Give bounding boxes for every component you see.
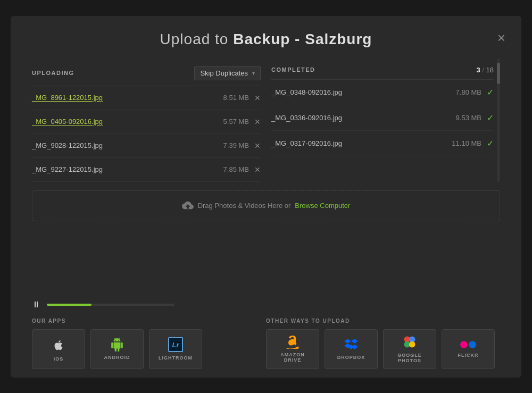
ios-label: IOS: [54, 356, 64, 362]
file-size: 8.51 MB: [223, 94, 249, 102]
svg-point-3: [409, 341, 415, 348]
file-check-icon: ✓: [487, 113, 494, 123]
file-remove-icon[interactable]: ✕: [254, 141, 261, 150]
upload-modal: Upload to Backup - Salzburg × UPLOADING …: [11, 16, 521, 378]
google-photos-icon: [402, 335, 417, 349]
uploading-file-item: _MG_9028-122015.jpg 7.39 MB ✕: [32, 134, 261, 158]
other-upload-column: OTHER WAYS TO UPLOAD AMAZONDRIVE DROPBOX: [266, 318, 500, 369]
file-size: 7.39 MB: [223, 141, 249, 149]
other-upload-label: OTHER WAYS TO UPLOAD: [266, 318, 500, 324]
pause-button[interactable]: ⏸: [32, 300, 40, 310]
modal-title: Upload to Backup - Salzburg: [160, 31, 372, 48]
our-apps-label: OUR APPS: [32, 318, 266, 324]
completed-column: COMPLETED 3 / 18 _MG_0348-092016.jpg 7.8…: [271, 58, 494, 182]
svg-point-4: [460, 341, 468, 348]
uploading-file-list: _MG_8961-122015.jpg 8.51 MB ✕ _MG_0405-0…: [32, 86, 261, 182]
file-name: _MG_9227-122015.jpg: [32, 165, 223, 173]
file-name: _MG_0336-092016.jpg: [271, 114, 456, 122]
dropbox-card[interactable]: DROPBOX: [325, 329, 378, 369]
our-apps-row: IOS ANDROID Lr LIGHTROOM: [32, 329, 266, 369]
amazon-icon: [286, 335, 300, 349]
completed-label: COMPLETED: [271, 66, 315, 73]
file-name: _MG_0348-092016.jpg: [271, 88, 456, 96]
uploading-file-item: _MG_9227-122015.jpg 7.85 MB ✕: [32, 158, 261, 182]
completed-file-item: _MG_0348-092016.jpg 7.80 MB ✓: [271, 80, 494, 105]
completed-file-list: _MG_0348-092016.jpg 7.80 MB ✓ _MG_0336-0…: [271, 80, 494, 156]
uploading-file-item: _MG_8961-122015.jpg 8.51 MB ✕: [32, 86, 261, 110]
browse-computer-link[interactable]: Browse Computer: [295, 202, 350, 210]
file-size: 9.53 MB: [456, 114, 481, 122]
file-remove-icon[interactable]: ✕: [254, 118, 261, 126]
dropbox-label: DROPBOX: [337, 355, 365, 360]
progress-track: [47, 304, 174, 306]
completed-current: 3: [476, 66, 480, 74]
skip-duplicates-label: Skip Duplicates: [200, 69, 248, 77]
completed-count: 3 / 18: [476, 66, 494, 74]
flickr-label: FLICKR: [458, 353, 479, 358]
completed-column-wrapper: COMPLETED 3 / 18 _MG_0348-092016.jpg 7.8…: [271, 58, 500, 182]
flickr-card[interactable]: FLICKR: [442, 329, 495, 369]
completed-header: COMPLETED 3 / 18: [271, 58, 494, 80]
file-size: 7.85 MB: [223, 165, 249, 173]
android-label: ANDROID: [104, 355, 130, 360]
completed-file-item: _MG_0317-092016.jpg 11.10 MB ✓: [271, 131, 494, 156]
chevron-down-icon: ▾: [252, 70, 255, 76]
our-apps-column: OUR APPS IOS ANDROID: [32, 318, 266, 369]
svg-point-5: [469, 341, 476, 348]
apps-section: OUR APPS IOS ANDROID: [11, 310, 521, 378]
file-check-icon: ✓: [487, 87, 494, 97]
google-photos-label: GOOGLEPHOTOS: [397, 353, 422, 363]
uploading-column: UPLOADING Skip Duplicates ▾ _MG_8961-122…: [32, 58, 261, 182]
file-name: _MG_9028-122015.jpg: [32, 141, 223, 149]
lightroom-icon: Lr: [168, 337, 183, 352]
apple-icon-svg: [53, 339, 64, 353]
android-app-card[interactable]: ANDROID: [90, 329, 144, 369]
completed-total: 18: [486, 66, 494, 74]
flickr-icon: [459, 340, 477, 349]
lightroom-label: LIGHTROOM: [159, 355, 193, 361]
google-photos-card[interactable]: GOOGLEPHOTOS: [383, 329, 436, 369]
columns-wrapper: UPLOADING Skip Duplicates ▾ _MG_8961-122…: [32, 58, 500, 182]
lightroom-app-card[interactable]: Lr LIGHTROOM: [149, 329, 202, 369]
file-name: _MG_8961-122015.jpg: [32, 94, 223, 102]
scrollbar[interactable]: [497, 58, 500, 182]
drop-zone[interactable]: Drag Photos & Videos Here or Browse Comp…: [32, 190, 500, 221]
amazon-label: AMAZONDRIVE: [280, 352, 305, 363]
file-name: _MG_0317-092016.jpg: [271, 139, 452, 147]
file-size: 5.57 MB: [223, 118, 249, 126]
android-icon: [110, 338, 124, 352]
file-size: 7.80 MB: [456, 88, 481, 96]
uploading-label: UPLOADING: [32, 70, 74, 76]
file-check-icon: ✓: [487, 138, 494, 148]
ios-app-card[interactable]: IOS: [32, 329, 85, 369]
file-remove-icon[interactable]: ✕: [254, 94, 261, 102]
drop-text: Drag Photos & Videos Here or: [198, 202, 291, 210]
close-button[interactable]: ×: [497, 31, 505, 45]
file-size: 11.10 MB: [452, 139, 481, 147]
file-remove-icon[interactable]: ✕: [254, 165, 261, 174]
upload-cloud-icon: [182, 200, 194, 211]
completed-file-item: _MG_0336-092016.jpg 9.53 MB ✓: [271, 105, 494, 131]
progress-section: ⏸: [11, 291, 521, 310]
completed-separator: /: [482, 66, 486, 74]
modal-header: Upload to Backup - Salzburg ×: [11, 16, 521, 58]
amazon-drive-card[interactable]: AMAZONDRIVE: [266, 329, 319, 369]
uploading-header: UPLOADING Skip Duplicates ▾: [32, 58, 261, 86]
uploading-file-item: _MG_0405-092016.jpg 5.57 MB ✕: [32, 110, 261, 134]
modal-body: UPLOADING Skip Duplicates ▾ _MG_8961-122…: [11, 58, 521, 291]
progress-fill: [47, 304, 92, 306]
dropbox-icon: [344, 338, 359, 352]
other-upload-row: AMAZONDRIVE DROPBOX: [266, 329, 500, 369]
skip-duplicates-dropdown[interactable]: Skip Duplicates ▾: [194, 66, 261, 80]
file-name: _MG_0405-092016.jpg: [32, 118, 223, 126]
